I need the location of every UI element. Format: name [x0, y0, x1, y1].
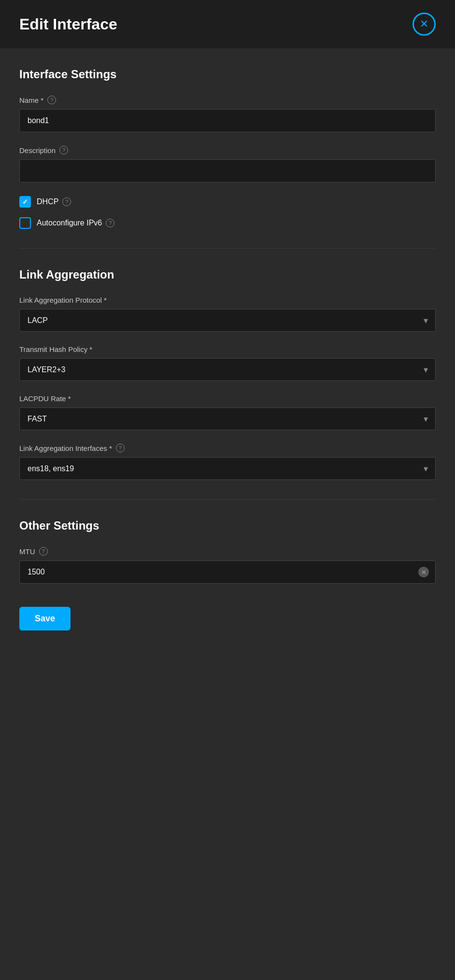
- link-aggregation-section-title: Link Aggregation: [19, 268, 436, 281]
- interfaces-select-wrapper: ens18 ens19 ens18, ens19 ▾: [19, 457, 436, 480]
- page-wrapper: Edit Interface ✕ Interface Settings Name…: [0, 0, 455, 980]
- lacpdu-rate-label: LACPDU Rate *: [19, 394, 436, 403]
- autoconfigure-ipv6-label: Autoconfigure IPv6 ?: [37, 219, 114, 227]
- name-field-group: Name * ?: [19, 96, 436, 132]
- transmit-hash-select-wrapper: LAYER2 LAYER2+3 LAYER3+4 ENCAP2+3 ENCAP3…: [19, 358, 436, 381]
- mtu-input[interactable]: [19, 560, 436, 584]
- mtu-field-group: MTU ? ✕: [19, 547, 436, 584]
- description-help-icon[interactable]: ?: [59, 146, 68, 154]
- name-help-icon[interactable]: ?: [47, 96, 56, 104]
- mtu-help-icon[interactable]: ?: [39, 547, 48, 556]
- interfaces-field-group: Link Aggregation Interfaces * ? ens18 en…: [19, 444, 436, 480]
- dhcp-label: DHCP ?: [37, 197, 71, 206]
- autoconfigure-ipv6-checkbox-group: ✓ Autoconfigure IPv6 ?: [19, 217, 436, 229]
- protocol-select-wrapper: LACP Active-backup Balance-rr Balance-xo…: [19, 309, 436, 332]
- interfaces-label: Link Aggregation Interfaces * ?: [19, 444, 436, 452]
- name-label: Name * ?: [19, 96, 436, 104]
- autoconfigure-ipv6-help-icon[interactable]: ?: [106, 219, 114, 227]
- divider-1: [19, 248, 436, 249]
- transmit-hash-field-group: Transmit Hash Policy * LAYER2 LAYER2+3 L…: [19, 345, 436, 381]
- close-button[interactable]: ✕: [412, 13, 436, 36]
- description-field-group: Description ?: [19, 146, 436, 182]
- transmit-hash-select[interactable]: LAYER2 LAYER2+3 LAYER3+4 ENCAP2+3 ENCAP3…: [19, 358, 436, 381]
- close-icon: ✕: [420, 18, 428, 30]
- autoconfigure-ipv6-checkbox[interactable]: ✓: [19, 217, 31, 229]
- page-title: Edit Interface: [19, 15, 117, 33]
- main-content: Interface Settings Name * ? Description …: [0, 48, 455, 650]
- divider-2: [19, 499, 436, 500]
- protocol-field-group: Link Aggregation Protocol * LACP Active-…: [19, 296, 436, 332]
- interface-settings-section-title: Interface Settings: [19, 68, 436, 81]
- mtu-label: MTU ?: [19, 547, 436, 556]
- lacpdu-rate-select[interactable]: FAST SLOW: [19, 407, 436, 430]
- description-label: Description ?: [19, 146, 436, 154]
- dhcp-checkbox-group: ✓ DHCP ?: [19, 196, 436, 208]
- lacpdu-rate-field-group: LACPDU Rate * FAST SLOW ▾: [19, 394, 436, 430]
- description-input[interactable]: [19, 159, 436, 182]
- interfaces-select[interactable]: ens18 ens19 ens18, ens19: [19, 457, 436, 480]
- dhcp-check-icon: ✓: [22, 198, 28, 206]
- mtu-input-wrapper: ✕: [19, 560, 436, 584]
- header: Edit Interface ✕: [0, 0, 455, 48]
- protocol-label: Link Aggregation Protocol *: [19, 296, 436, 304]
- protocol-select[interactable]: LACP Active-backup Balance-rr Balance-xo…: [19, 309, 436, 332]
- mtu-clear-icon[interactable]: ✕: [418, 567, 429, 577]
- other-settings-section-title: Other Settings: [19, 519, 436, 532]
- lacpdu-rate-select-wrapper: FAST SLOW ▾: [19, 407, 436, 430]
- name-input[interactable]: [19, 109, 436, 132]
- transmit-hash-label: Transmit Hash Policy *: [19, 345, 436, 353]
- dhcp-help-icon[interactable]: ?: [62, 197, 71, 206]
- interfaces-help-icon[interactable]: ?: [116, 444, 125, 452]
- dhcp-checkbox[interactable]: ✓: [19, 196, 31, 208]
- save-button[interactable]: Save: [19, 607, 71, 630]
